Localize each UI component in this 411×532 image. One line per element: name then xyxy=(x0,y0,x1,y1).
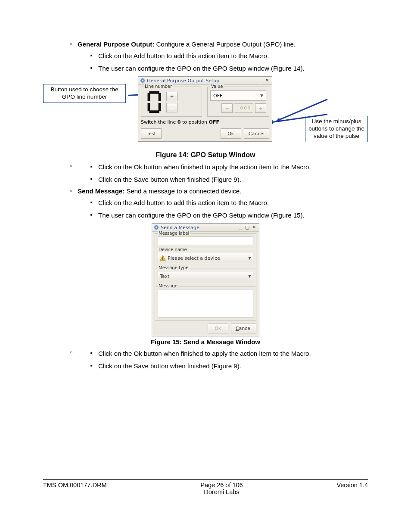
switch-status-text: Switch the line 0 to position OFF xyxy=(141,119,269,125)
svg-rect-5 xyxy=(159,93,161,101)
svg-rect-11 xyxy=(162,257,163,258)
sendmsg-heading-rest: Send a message to a connected device. xyxy=(125,187,241,195)
bullet-text: Click on the Ok button when finished to … xyxy=(90,162,368,171)
footer-version: Version 1.4 xyxy=(336,482,368,495)
close-icon[interactable]: ✕ xyxy=(264,78,270,84)
gpo-heading-rest: Configure a General Purpose Output (GPO)… xyxy=(154,40,296,48)
footer-divider xyxy=(43,479,368,480)
pulse-value: 1000 xyxy=(234,103,253,113)
callout-line-number: Button used to choose the GPO line numbe… xyxy=(43,84,126,103)
bullet-text: Click on the Ok button when finished to … xyxy=(90,349,368,358)
footer-page: Page 26 of 106 xyxy=(200,482,243,488)
line-plus-button[interactable]: + xyxy=(166,92,177,101)
line-minus-button[interactable]: − xyxy=(166,103,177,112)
bullet-text: Click on the Save button when finished (… xyxy=(90,361,368,370)
device-name-fieldset: Device name Please select a device ▼ xyxy=(155,250,256,266)
message-fieldset: Message xyxy=(155,286,256,320)
line-number-legend: Line number xyxy=(144,84,173,89)
dialog-title-text: Send a Message xyxy=(161,225,237,230)
minimize-icon[interactable]: _ xyxy=(257,78,263,84)
message-legend: Message xyxy=(158,283,178,288)
svg-rect-2 xyxy=(149,91,159,94)
warning-icon xyxy=(160,255,166,261)
message-type-fieldset: Message type Text ▼ xyxy=(155,268,256,284)
sendmsg-heading-bold: Send Message: xyxy=(78,187,125,195)
app-icon xyxy=(140,78,145,83)
bullet-text: The user can configure the GPO on the GP… xyxy=(90,211,368,220)
svg-rect-4 xyxy=(148,93,150,101)
maximize-icon[interactable]: ▢ xyxy=(244,224,250,230)
device-name-placeholder: Please select a device xyxy=(168,255,220,261)
message-type-value: Text xyxy=(160,274,169,279)
test-button[interactable]: Test xyxy=(141,128,162,139)
figure-14-caption: Figure 14: GPO Setup Window xyxy=(43,151,368,159)
bullet-text: The user can configure the GPO on the GP… xyxy=(90,64,368,73)
message-label-legend: Message label xyxy=(158,231,190,236)
value-select-text: OFF xyxy=(213,93,222,99)
message-label-fieldset: Message label xyxy=(155,233,256,248)
minimize-icon[interactable]: _ xyxy=(237,224,243,230)
svg-point-9 xyxy=(156,227,157,228)
figure-15-caption: Figure 15: Send a Message Window xyxy=(43,338,368,345)
pulse-plus-button[interactable]: + xyxy=(255,103,266,113)
message-type-select[interactable]: Text ▼ xyxy=(158,271,253,281)
pulse-minus-button[interactable]: − xyxy=(221,103,233,113)
chevron-down-icon: ▼ xyxy=(248,274,251,278)
svg-rect-3 xyxy=(149,110,159,113)
bullet-text: Click on the Add button to add this acti… xyxy=(90,51,368,60)
gpo-heading-bold: General Purpose Output: xyxy=(78,40,154,48)
svg-point-1 xyxy=(142,80,143,81)
device-name-select[interactable]: Please select a device ▼ xyxy=(158,253,253,263)
message-textarea[interactable] xyxy=(158,289,253,317)
dialog-title-text: General Purpose Output Setup xyxy=(147,78,256,84)
chevron-down-icon: ▼ xyxy=(260,93,263,98)
value-select[interactable]: OFF ▼ xyxy=(210,90,266,101)
footer-doc-id: TMS.OM.000177.DRM xyxy=(43,482,106,495)
message-label-input[interactable] xyxy=(158,236,253,245)
value-fieldset: Value OFF ▼ − 1000 + xyxy=(207,87,269,117)
chevron-down-icon: ▼ xyxy=(248,256,251,260)
cancel-button[interactable]: Cancel xyxy=(231,323,256,333)
line-number-fieldset: Line number + − xyxy=(141,87,202,117)
gpo-setup-dialog: General Purpose Output Setup _ ✕ Line nu… xyxy=(138,76,272,142)
send-message-dialog: Send a Message _ ▢ ✕ Message label Devic… xyxy=(152,223,259,336)
callout-pulse: Use the minus/plus buttons to change the… xyxy=(305,116,368,142)
ok-button[interactable]: Ok xyxy=(208,323,228,333)
close-icon[interactable]: ✕ xyxy=(251,224,257,230)
svg-rect-12 xyxy=(162,259,163,260)
svg-rect-7 xyxy=(159,103,161,111)
device-name-legend: Device name xyxy=(158,247,188,252)
bullet-text: Click on the Save button when finished (… xyxy=(90,175,368,184)
svg-rect-6 xyxy=(148,103,150,111)
footer-company: Doremi Labs xyxy=(200,488,243,495)
bullet-text: Click on the Add button to add this acti… xyxy=(90,198,368,207)
value-legend: Value xyxy=(210,84,224,89)
ok-button[interactable]: Ok xyxy=(221,128,241,139)
cancel-button[interactable]: Cancel xyxy=(244,128,269,139)
line-number-display xyxy=(144,90,165,114)
message-type-legend: Message type xyxy=(158,265,189,270)
app-icon xyxy=(154,225,159,230)
